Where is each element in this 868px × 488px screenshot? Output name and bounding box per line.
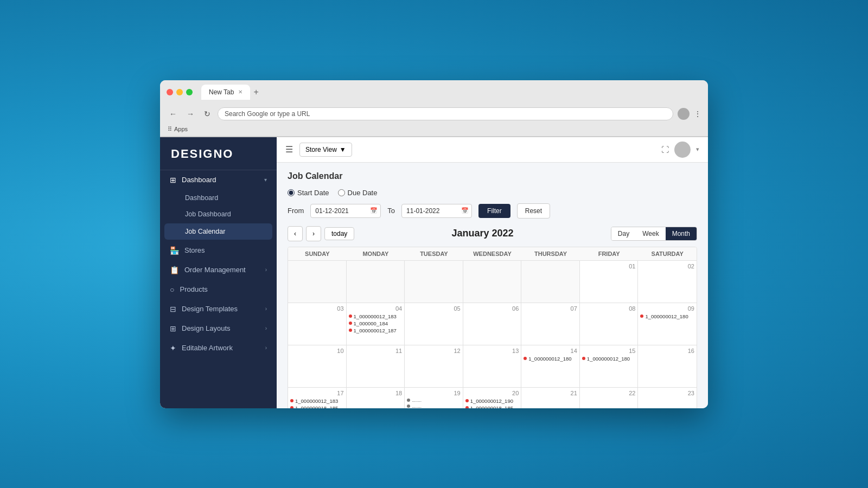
profile-icon[interactable]: [678, 108, 690, 120]
sidebar-item-label: Editable Artwork: [182, 344, 265, 352]
day-header-tuesday: Tuesday: [405, 247, 463, 260]
sidebar-item-stores[interactable]: 🏪 Stores: [160, 241, 277, 260]
table-row[interactable]: 07: [521, 303, 580, 345]
products-icon: ○: [170, 285, 174, 294]
radio-due-date[interactable]: Due Date: [338, 189, 378, 197]
minimize-button[interactable]: [176, 89, 183, 95]
filter-button[interactable]: Filter: [478, 204, 510, 218]
topbar: ☰ Store View ▼ ⛶ ▾: [277, 137, 708, 163]
cal-date: 08: [582, 305, 636, 312]
table-row[interactable]: 13: [463, 345, 522, 388]
event-dot: [465, 406, 469, 408]
event-label: 1_000000012_180: [587, 356, 630, 362]
user-avatar[interactable]: [674, 142, 691, 158]
list-item: 1_000000018_185: [465, 405, 519, 408]
reset-button[interactable]: Reset: [517, 203, 550, 219]
calendar-cells: 01 02 03 04 1_000000012_183: [288, 261, 697, 408]
table-row[interactable]: 16: [638, 345, 697, 388]
view-week-button[interactable]: Week: [636, 227, 665, 240]
cal-date: 07: [524, 305, 577, 312]
cal-date: 13: [465, 348, 519, 354]
main-content: ☰ Store View ▼ ⛶ ▾ Job Calendar: [277, 137, 708, 408]
sidebar-item-design-layouts[interactable]: ⊞ Design Layouts ›: [160, 319, 277, 338]
table-row[interactable]: 17 1_000000012_183 1_000000018_185: [288, 388, 347, 408]
list-item: 1_000000012_183: [349, 313, 403, 319]
new-tab-button[interactable]: +: [250, 87, 261, 97]
event-dot: [290, 399, 293, 402]
sidebar-item-design-templates[interactable]: ⊟ Design Templates ›: [160, 299, 277, 319]
table-row[interactable]: 08: [580, 303, 639, 345]
cal-date: 20: [465, 390, 519, 396]
store-view-arrow-icon: ▼: [340, 146, 346, 153]
address-bar[interactable]: Search Google or type a URL: [218, 107, 673, 120]
cal-date: 19: [407, 390, 461, 396]
calendar-header: ‹ › today January 2022 Day Week Month: [288, 226, 697, 241]
table-row[interactable]: 22: [580, 388, 639, 408]
sidebar-item-products[interactable]: ○ Products: [160, 280, 277, 299]
close-button[interactable]: [167, 89, 173, 95]
day-header-sunday: Sunday: [288, 247, 347, 260]
table-row[interactable]: 06: [463, 303, 522, 345]
table-row[interactable]: 11: [347, 345, 405, 388]
fullscreen-icon[interactable]: ⛶: [661, 145, 669, 154]
view-month-button[interactable]: Month: [666, 227, 697, 240]
table-row[interactable]: 10: [288, 345, 347, 388]
table-row[interactable]: 21: [521, 388, 580, 408]
browser-tab[interactable]: New Tab ✕: [201, 85, 250, 100]
topbar-dropdown-icon[interactable]: ▾: [696, 146, 699, 153]
browser-menu-icon[interactable]: ⋮: [694, 110, 701, 118]
table-row[interactable]: 02: [638, 261, 697, 303]
store-view-button[interactable]: Store View ▼: [299, 143, 352, 157]
sidebar-item-label: Dashboard: [182, 176, 264, 184]
view-toggle: Day Week Month: [611, 227, 697, 241]
calendar-nav: ‹ › today: [288, 226, 354, 241]
sidebar-item-editable-artwork[interactable]: ✦ Editable Artwork ›: [160, 338, 277, 358]
radio-start-date[interactable]: Start Date: [288, 189, 329, 197]
calendar-next-button[interactable]: ›: [306, 226, 321, 241]
table-row[interactable]: 09 1_000000012_180: [638, 303, 697, 345]
reload-button[interactable]: ↻: [201, 108, 213, 119]
table-row[interactable]: 18: [347, 388, 405, 408]
radio-due-date-input[interactable]: [338, 189, 345, 196]
event-dot: [349, 329, 352, 332]
sidebar-item-order-management[interactable]: 📋 Order Management ›: [160, 260, 277, 280]
table-row[interactable]: 05: [405, 303, 463, 345]
back-button[interactable]: ←: [167, 108, 180, 119]
table-row[interactable]: 23: [638, 388, 697, 408]
traffic-lights: [167, 89, 193, 95]
calendar-prev-button[interactable]: ‹: [288, 226, 303, 241]
cal-date: 02: [640, 263, 694, 269]
cal-date: 10: [290, 348, 344, 354]
forward-button[interactable]: →: [184, 108, 197, 119]
list-item: 1_000000012_187: [349, 328, 403, 333]
table-row[interactable]: 19 ........ ........ ........: [405, 388, 463, 408]
table-row[interactable]: 04 1_000000012_183 1_000000_184 1_000000…: [347, 303, 405, 345]
day-header-saturday: Saturday: [638, 247, 697, 260]
menu-icon[interactable]: ☰: [285, 144, 293, 155]
sidebar-item-job-dashboard[interactable]: Job Dashboard: [160, 206, 277, 222]
tab-close-icon[interactable]: ✕: [238, 89, 242, 95]
radio-start-date-label: Start Date: [297, 189, 329, 197]
view-day-button[interactable]: Day: [611, 227, 636, 240]
to-date-input[interactable]: [401, 204, 472, 218]
calendar-today-button[interactable]: today: [324, 227, 354, 240]
table-row[interactable]: 12: [405, 345, 463, 388]
sidebar-item-dashboard-sub[interactable]: Dashboard: [160, 190, 277, 206]
table-row[interactable]: 01: [580, 261, 639, 303]
from-date-input[interactable]: [310, 204, 381, 218]
table-row[interactable]: 20 1_000000012_190 1_000000018_185: [463, 388, 522, 408]
event-dot: [465, 399, 469, 402]
list-item: 1_000000012_180: [582, 356, 636, 362]
radio-start-date-input[interactable]: [288, 189, 295, 196]
sidebar-item-job-calendar[interactable]: Job Calendar: [164, 223, 272, 240]
tab-bar: New Tab ✕ +: [201, 85, 701, 100]
sidebar-item-dashboard[interactable]: ⊞ Dashboard ▾: [160, 170, 277, 190]
table-row[interactable]: 15 1_000000012_180: [580, 345, 639, 388]
table-row[interactable]: 03: [288, 303, 347, 345]
apps-bar: ⠿ Apps: [160, 124, 708, 137]
event-label: 1_000000012_190: [470, 398, 513, 404]
table-row[interactable]: 14 1_000000012_180: [521, 345, 580, 388]
cal-date: 17: [290, 390, 344, 396]
maximize-button[interactable]: [186, 89, 193, 95]
event-dot: [407, 404, 410, 408]
